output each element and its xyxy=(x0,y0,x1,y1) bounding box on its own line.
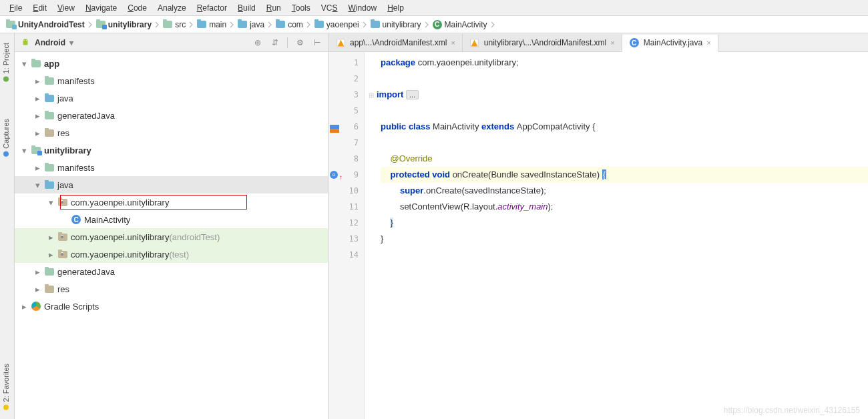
breadcrumb-item[interactable]: main xyxy=(195,19,228,30)
tree-node[interactable]: ▾java xyxy=(15,176,328,193)
code-line: public class MainActivity extends AppCom… xyxy=(381,119,868,135)
tree-label: java xyxy=(57,93,73,103)
tree-arrow-icon[interactable]: ▾ xyxy=(20,146,28,154)
tree-node[interactable]: ▸res xyxy=(15,280,328,298)
class-gutter-icon[interactable] xyxy=(330,122,339,130)
close-icon[interactable]: × xyxy=(451,39,455,47)
tree-node[interactable]: CMainActivity xyxy=(15,211,328,228)
tree-arrow-icon[interactable]: ▸ xyxy=(33,77,41,85)
code-line: ⊞import ... xyxy=(381,87,868,103)
breadcrumb-item[interactable]: yaoenpei xyxy=(312,19,361,30)
tree-node[interactable]: ▸Gradle Scripts xyxy=(15,298,328,315)
editor-area: app\...\AndroidManifest.xml×unitylibrary… xyxy=(329,33,868,419)
chevron-right-icon xyxy=(362,21,367,28)
chevron-right-icon xyxy=(424,21,429,28)
menu-help[interactable]: Help xyxy=(382,2,409,14)
editor-tab[interactable]: unitylibrary\...\AndroidManifest.xml× xyxy=(463,34,622,51)
code-line xyxy=(381,71,868,87)
breadcrumb-item[interactable]: unitylibrary xyxy=(369,19,423,30)
override-gutter-icon[interactable]: o xyxy=(330,171,338,179)
tree-label: manifests xyxy=(57,76,95,86)
breadcrumb-label: unitylibrary xyxy=(108,20,152,29)
menu-run[interactable]: Run xyxy=(261,2,286,14)
svg-point-0 xyxy=(24,39,25,40)
tree-label: generatedJava xyxy=(57,267,115,277)
dropdown-icon[interactable]: ▾ xyxy=(69,38,73,47)
editor-tab[interactable]: app\...\AndroidManifest.xml× xyxy=(329,34,463,51)
breadcrumb-item[interactable]: unitylibrary xyxy=(94,19,153,30)
gradle-icon xyxy=(31,301,41,312)
line-number: 9o↑ xyxy=(329,167,364,183)
tree-node[interactable]: ▸manifests xyxy=(15,159,328,176)
hide-panel-icon[interactable]: ⊢ xyxy=(312,37,322,48)
tree-arrow-icon[interactable]: ▸ xyxy=(47,250,55,258)
tree-arrow-icon[interactable]: ▾ xyxy=(47,198,55,206)
folder-gray-icon xyxy=(44,284,55,294)
tree-arrow-icon[interactable]: ▸ xyxy=(33,94,41,102)
tree-node[interactable]: ▸generatedJava xyxy=(15,263,328,280)
menu-navigate[interactable]: Navigate xyxy=(80,2,122,14)
module-icon xyxy=(31,145,41,155)
project-tool-tab[interactable]: 1: Project xyxy=(0,37,12,87)
tree-suffix: (test) xyxy=(169,250,189,260)
breadcrumb-item[interactable]: CMainActivity xyxy=(431,19,489,30)
tree-arrow-icon[interactable]: ▸ xyxy=(33,285,41,293)
tree-arrow-icon[interactable]: ▸ xyxy=(47,233,55,241)
chevron-right-icon xyxy=(490,21,495,28)
tree-label: MainActivity xyxy=(84,215,130,225)
menu-view[interactable]: View xyxy=(52,2,80,14)
tree-arrow-icon[interactable]: ▸ xyxy=(33,111,41,119)
tree-node[interactable]: ▸java xyxy=(15,89,328,107)
tree-label: app xyxy=(44,59,59,69)
tree-node[interactable]: ▸res xyxy=(15,124,328,141)
target-icon[interactable]: ⊕ xyxy=(252,37,263,48)
menu-edit[interactable]: Edit xyxy=(27,2,52,14)
menu-analyze[interactable]: Analyze xyxy=(152,2,192,14)
tree-node[interactable]: ▾unitylibrary xyxy=(15,141,328,159)
breadcrumb-item[interactable]: java xyxy=(236,19,266,30)
code-line: super.onCreate(savedInstanceState); xyxy=(381,183,868,199)
folder-teal-icon xyxy=(162,19,173,30)
breadcrumb-item[interactable]: src xyxy=(161,19,187,30)
captures-tool-tab[interactable]: Captures xyxy=(0,113,12,162)
menu-window[interactable]: Window xyxy=(343,2,382,14)
tree-arrow-icon[interactable]: ▸ xyxy=(20,302,28,310)
tree-arrow-icon[interactable]: ▸ xyxy=(33,268,41,276)
collapse-icon[interactable]: ⇵ xyxy=(270,37,280,48)
close-icon[interactable]: × xyxy=(706,39,710,47)
menu-build[interactable]: Build xyxy=(232,2,261,14)
close-icon[interactable]: × xyxy=(610,39,614,47)
pkg-icon xyxy=(57,197,68,207)
tree-node[interactable]: ▸manifests xyxy=(15,72,328,89)
tree-arrow-icon[interactable]: ▸ xyxy=(33,163,41,171)
code-editor[interactable]: package com.yaoenpei.unitylibrary;⊞impor… xyxy=(365,52,868,419)
favorites-tool-tab[interactable]: 2: Favorites xyxy=(0,358,12,415)
editor-tab[interactable]: CMainActivity.java× xyxy=(622,35,718,52)
menu-tools[interactable]: Tools xyxy=(286,2,316,14)
code-line xyxy=(381,247,868,263)
menu-vcs[interactable]: VCS xyxy=(316,2,343,14)
editor-gutter: 12356789o↑1011121314 xyxy=(329,52,365,419)
breadcrumb-item[interactable]: UnityAndroidTest xyxy=(4,19,86,30)
gear-icon[interactable]: ⚙ xyxy=(294,37,305,48)
folder-blue-icon xyxy=(44,179,55,190)
project-icon xyxy=(5,19,16,30)
tree-arrow-icon[interactable] xyxy=(60,216,68,224)
tree-node[interactable]: ▸com.yaoenpei.unitylibrary (androidTest) xyxy=(15,228,328,246)
tree-arrow-icon[interactable]: ▾ xyxy=(33,181,41,189)
tree-node[interactable]: ▸com.yaoenpei.unitylibrary (test) xyxy=(15,246,328,263)
menu-code[interactable]: Code xyxy=(122,2,152,14)
breadcrumb-item[interactable]: com xyxy=(274,19,304,30)
folder-gray-icon xyxy=(44,127,55,138)
tree-node[interactable]: ▾com.yaoenpei.unitylibrary xyxy=(15,193,328,211)
menu-file[interactable]: File xyxy=(4,2,27,14)
code-line xyxy=(381,103,868,119)
tree-arrow-icon[interactable]: ▾ xyxy=(20,59,28,67)
folder-teal-icon xyxy=(31,58,41,69)
tree-arrow-icon[interactable]: ▸ xyxy=(33,129,41,137)
menu-refactor[interactable]: Refactor xyxy=(192,2,232,14)
tree-node[interactable]: ▾app xyxy=(15,55,328,72)
tree-node[interactable]: ▸generatedJava xyxy=(15,107,328,124)
project-panel-header: Android ▾ ⊕ ⇵ ⚙ ⊢ xyxy=(15,33,328,52)
tree-label: com.yaoenpei.unitylibrary xyxy=(71,197,169,207)
